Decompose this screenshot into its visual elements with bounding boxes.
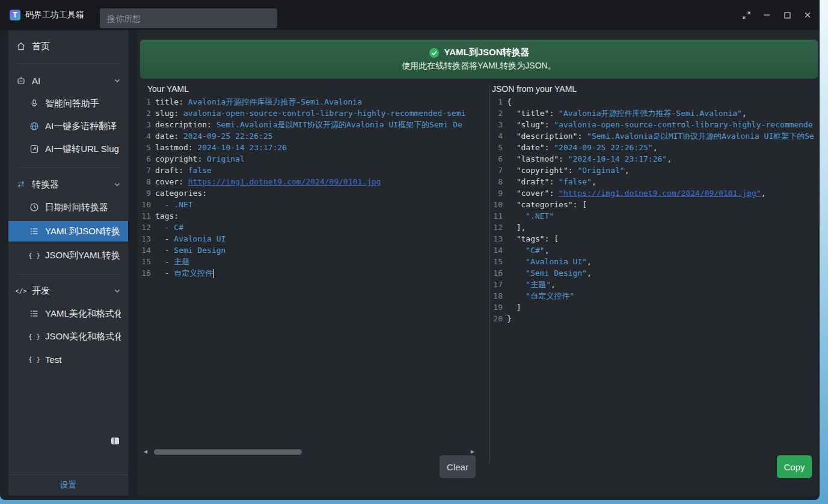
code-token: { — [507, 97, 512, 106]
line-number: 16 — [140, 267, 151, 279]
code-token: "date": — [507, 143, 554, 152]
code-token: Semi Design — [174, 246, 225, 255]
code-token: "C#" — [507, 246, 545, 255]
code-line: 4 "description": "Semi.Avalonia是以MIT协议开源… — [492, 130, 818, 142]
line-number: 12 — [492, 222, 503, 233]
code-token: , — [667, 154, 672, 163]
code-token: "自定义控件" — [507, 291, 574, 300]
app-logo-icon: T — [10, 10, 20, 20]
sidebar-item-label: JSON美化和格式化 — [45, 331, 121, 342]
sidebar-item-json-beautify[interactable]: { } JSON美化和格式化 — [8, 327, 128, 345]
code-token: "categories": — [507, 200, 582, 209]
line-number: 6 — [140, 153, 151, 165]
swap-arrows-icon — [16, 180, 26, 189]
sidebar-item-yaml-to-json[interactable]: YAML到JSON转换 — [8, 221, 128, 241]
scrollbar-thumb[interactable] — [154, 449, 302, 455]
sidebar-item-qa-assistant[interactable]: 智能问答助手 — [8, 94, 128, 112]
sidebar-group-converters[interactable]: 转换器 — [8, 175, 128, 193]
expand-icon[interactable] — [741, 10, 751, 20]
code-line: 11 ".NET" — [492, 210, 818, 222]
settings-link[interactable]: 设置 — [8, 480, 128, 491]
code-token: , — [587, 257, 592, 266]
chevron-down-icon[interactable] — [114, 77, 121, 84]
scroll-right-icon[interactable]: ► — [469, 448, 476, 456]
check-circle-icon — [429, 47, 440, 58]
clock-icon — [29, 202, 39, 212]
sidebar-group-development[interactable]: </> 开发 — [8, 282, 128, 300]
line-number: 7 — [140, 165, 151, 176]
code-token: "主题" — [507, 280, 551, 289]
sidebar-item-yaml-beautify[interactable]: YAML美化和格式化 — [8, 305, 128, 323]
code-line: 15 - 主题 — [140, 256, 488, 267]
sidebar-item-datetime-converter[interactable]: 日期时间转换器 — [8, 198, 128, 216]
globe-icon — [29, 121, 39, 131]
sidebar-item-test[interactable]: { } Test — [8, 350, 128, 368]
scroll-left-icon[interactable]: ◄ — [142, 448, 149, 456]
line-number: 4 — [492, 130, 503, 142]
code-token: "false" — [559, 177, 592, 186]
minimize-icon[interactable] — [762, 10, 771, 20]
pane-divider — [489, 85, 489, 463]
search-input[interactable] — [100, 8, 277, 28]
code-token: ] — [507, 303, 521, 312]
home-icon — [16, 41, 26, 51]
sidebar-item-ai-url-slug[interactable]: AI一键转URL Slug — [8, 140, 128, 158]
chevron-down-icon[interactable] — [114, 287, 121, 294]
code-token: "copyright": — [507, 166, 577, 175]
sidebar-item-ai-translate[interactable]: AI一键多语种翻译 — [8, 117, 128, 135]
code-token: - — [155, 234, 174, 243]
code-token: 2024-10-14 23:17:26 — [197, 143, 287, 152]
url-link[interactable]: "https://img1.dotnet9.com/2024/09/0101.j… — [559, 189, 761, 198]
code-token: "Avalonia UI" — [507, 257, 587, 266]
sidebar-group-ai[interactable]: AI — [8, 71, 128, 90]
horizontal-scrollbar[interactable]: ◄ ► — [142, 448, 476, 456]
yaml-input-editor[interactable]: 1title: Avalonia开源控件库强力推荐-Semi.Avalonia2… — [140, 96, 488, 448]
code-token: [ — [582, 200, 587, 209]
code-token: draft: — [155, 166, 188, 175]
copy-button[interactable]: Copy — [777, 455, 812, 478]
code-token: 2024-09-25 22:26:25 — [183, 132, 273, 141]
title-bar: T 码界工坊工具箱 — [0, 0, 820, 30]
line-number: 6 — [492, 153, 503, 165]
sidebar-item-home[interactable]: 首页 — [8, 37, 128, 55]
sidebar-item-json-to-yaml[interactable]: { } JSON到YAML转换 — [8, 246, 128, 264]
code-line: 10 "categories": [ — [492, 199, 818, 210]
url-link[interactable]: https://img1.dotnet9.com/2024/09/0101.jp… — [188, 177, 381, 186]
code-token: , — [742, 109, 747, 118]
json-output-editor[interactable]: 1{2 "title": "Avalonia开源控件库强力推荐-Semi.Ava… — [492, 96, 818, 448]
sidebar-divider — [8, 475, 128, 475]
code-token: cover: — [155, 177, 188, 186]
code-token: C# — [174, 223, 183, 232]
code-token: copyright: — [155, 154, 207, 163]
close-icon[interactable] — [803, 10, 812, 20]
sidebar-item-label: 首页 — [32, 41, 121, 52]
sidebar: 首页 AI 智能问答助手 AI一键多语种翻译 — [8, 30, 128, 496]
sidebar-item-label: 日期时间转换器 — [45, 202, 121, 213]
code-token: Avalonia开源控件库强力推荐-Semi.Avalonia — [188, 97, 362, 106]
code-line: 13 - Avalonia UI — [140, 233, 488, 244]
yaml-pane-label: Your YAML — [147, 84, 189, 94]
code-line: 2 "title": "Avalonia开源控件库强力推荐-Semi.Avalo… — [492, 108, 818, 119]
code-token: title: — [155, 97, 188, 106]
sidebar-divider — [16, 64, 121, 64]
text-cursor — [213, 269, 214, 278]
scrollbar-track[interactable] — [149, 449, 469, 455]
code-token: } — [507, 314, 512, 323]
maximize-icon[interactable] — [782, 10, 792, 20]
code-token: - — [155, 257, 174, 266]
code-token: description: — [155, 120, 216, 129]
sidebar-item-label: YAML到JSON转换 — [45, 226, 121, 237]
clear-button[interactable]: Clear — [440, 455, 476, 478]
code-token: - — [155, 269, 174, 278]
window-controls — [741, 0, 812, 30]
code-token: Avalonia UI — [174, 234, 225, 243]
list-icon — [29, 309, 39, 318]
collapse-sidebar-icon[interactable] — [111, 437, 120, 445]
line-number: 2 — [492, 108, 503, 119]
code-token: "draft": — [507, 177, 559, 186]
line-number: 9 — [140, 187, 151, 199]
code-line: 15 "Avalonia UI", — [492, 256, 818, 267]
code-line: 7draft: false — [140, 165, 488, 176]
chevron-down-icon[interactable] — [114, 181, 121, 188]
code-token: categories: — [155, 189, 207, 198]
